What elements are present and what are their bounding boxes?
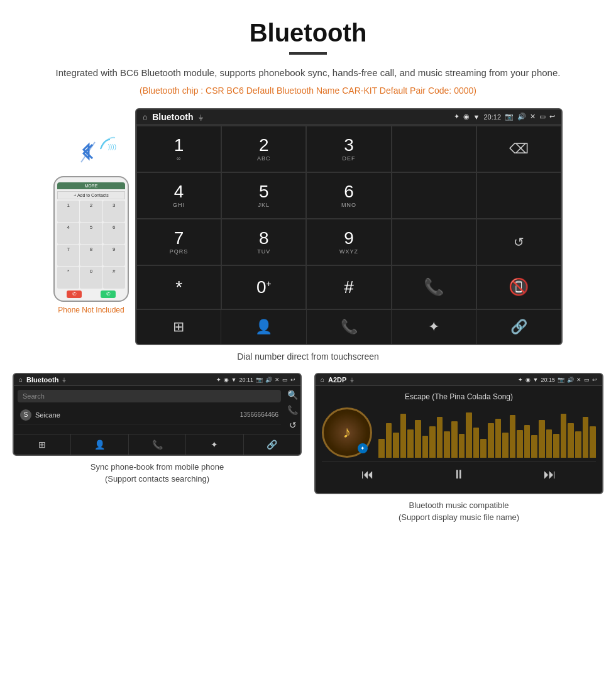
pb-vol-icon[interactable]: 🔊 (265, 377, 272, 383)
eq-bar (539, 420, 545, 458)
dial-delete-button[interactable]: ⌫ (476, 126, 561, 172)
eq-bar (583, 417, 589, 458)
screen-title: Bluetooth (152, 112, 193, 122)
phone-device-mockup: MORE + Add to Contacts 1 2 3 4 5 6 7 8 9… (53, 176, 129, 302)
phonebook-content: Search S Seicane 13566664466 (14, 386, 285, 434)
next-button[interactable]: ⏭ (544, 467, 556, 482)
dial-key-8[interactable]: 8TUV (221, 219, 306, 265)
phonebook-search-bar[interactable]: Search (18, 390, 281, 402)
eq-bar (459, 434, 465, 458)
pb-phone-icon[interactable]: 📞 (287, 405, 298, 415)
phone-key-8[interactable]: 8 (80, 245, 102, 266)
pb-sq-icon[interactable]: ▭ (282, 377, 288, 383)
pb-func-keypad[interactable]: ⊞ (14, 434, 71, 455)
phone-key-4[interactable]: 4 (57, 223, 79, 244)
status-left-group: ⌂ Bluetooth ⏚ (143, 112, 203, 122)
pb-home-icon[interactable]: ⌂ (19, 376, 23, 383)
contact-initial: S (20, 409, 31, 421)
phone-key-5[interactable]: 5 (80, 223, 102, 244)
eq-bar (553, 434, 559, 458)
func-keypad-button[interactable]: ⊞ (136, 310, 221, 344)
phonebook-body: Search S Seicane 13566664466 (14, 386, 285, 428)
music-screen: ⌂ A2DP ⏚ ✦ ◉ ▼ 20:15 📷 🔊 ✕ ▭ ↩ E (314, 373, 603, 494)
contact-row[interactable]: S Seicane 13566664466 (18, 406, 281, 424)
phone-not-included-label: Phone Not Included (58, 306, 124, 314)
phone-key-2[interactable]: 2 (80, 201, 102, 222)
music-wifi-icon: ▼ (533, 377, 539, 383)
car-function-bar: ⊞ 👤 📞 ✦ 🔗 (136, 309, 561, 344)
window-icon[interactable]: ▭ (539, 113, 546, 121)
phone-key-1[interactable]: 1 (57, 201, 79, 222)
phonebook-screen: ⌂ Bluetooth ⏚ ✦ ◉ ▼ 20:11 📷 🔊 ✕ ▭ ↩ (13, 373, 302, 456)
func-bluetooth-button[interactable]: ✦ (392, 310, 476, 344)
func-contacts-button[interactable]: 👤 (221, 310, 306, 344)
contact-number: 13566664466 (240, 411, 278, 418)
dial-refresh-button[interactable]: ↺ (476, 219, 561, 265)
dial-key-4[interactable]: 4GHI (136, 172, 221, 219)
phone-key-6[interactable]: 6 (103, 223, 125, 244)
music-vol-icon[interactable]: 🔊 (567, 377, 574, 383)
phone-key-0[interactable]: 0 (80, 267, 102, 288)
music-home-icon[interactable]: ⌂ (321, 376, 324, 383)
eq-bar (517, 430, 523, 458)
volume-icon[interactable]: 🔊 (517, 113, 526, 121)
phone-key-hash[interactable]: # (103, 267, 125, 288)
dial-key-7[interactable]: 7PQRS (136, 219, 221, 265)
phonebook-caption-line2: (Support contacts searching) (105, 474, 209, 484)
music-sq-icon[interactable]: ▭ (584, 377, 590, 383)
pb-x-icon[interactable]: ✕ (275, 377, 280, 383)
home-icon[interactable]: ⌂ (143, 113, 147, 121)
pb-title: Bluetooth (26, 376, 58, 384)
pb-cam-icon[interactable]: 📷 (256, 377, 263, 383)
phone-call-button[interactable]: ✆ (101, 290, 116, 298)
func-link-button[interactable]: 🔗 (477, 310, 561, 344)
phone-bottom-bar: ✆ ✆ (57, 290, 125, 298)
pb-func-contacts[interactable]: 👤 (71, 434, 128, 455)
wifi-arc-icon (97, 136, 116, 164)
dial-key-star[interactable]: * (136, 265, 221, 309)
music-back-icon[interactable]: ↩ (592, 377, 597, 383)
dial-empty-1 (392, 126, 476, 172)
eq-bar (466, 412, 472, 458)
dial-key-5[interactable]: 5JKL (221, 172, 306, 219)
camera-icon[interactable]: 📷 (505, 113, 514, 121)
pb-search-icon[interactable]: 🔍 (287, 390, 298, 400)
eq-bar (575, 431, 581, 458)
back-icon[interactable]: ↩ (549, 113, 555, 121)
dial-key-hash[interactable]: # (306, 265, 391, 309)
dial-key-3[interactable]: 3DEF (306, 126, 391, 172)
album-art: ♪ ✦ (322, 407, 372, 458)
phone-key-7[interactable]: 7 (57, 245, 79, 266)
album-bt-badge: ✦ (358, 443, 368, 453)
phone-key-3[interactable]: 3 (103, 201, 125, 222)
pb-back-icon[interactable]: ↩ (290, 377, 295, 383)
eq-bar (531, 435, 537, 458)
eq-bar (590, 426, 596, 458)
music-loc-icon: ◉ (525, 377, 531, 383)
prev-button[interactable]: ⏮ (361, 467, 374, 482)
pb-func-calls[interactable]: 📞 (129, 434, 186, 455)
time-display: 20:12 (483, 113, 501, 121)
phone-key-9[interactable]: 9 (103, 245, 125, 266)
pb-func-bluetooth[interactable]: ✦ (186, 434, 243, 455)
dial-key-1[interactable]: 1∞ (136, 126, 221, 172)
close-icon[interactable]: ✕ (530, 113, 536, 121)
dial-end-button[interactable]: 📵 (476, 265, 561, 309)
music-controls-bar: ⏮ ⏸ ⏭ (322, 462, 596, 487)
dial-call-button[interactable]: 📞 (392, 265, 476, 309)
dial-key-2[interactable]: 2ABC (221, 126, 306, 172)
dial-key-6[interactable]: 6MNO (306, 172, 391, 219)
music-cam-icon[interactable]: 📷 (558, 377, 564, 383)
play-pause-button[interactable]: ⏸ (453, 467, 465, 482)
pb-func-link[interactable]: 🔗 (244, 434, 300, 455)
pb-refresh-icon[interactable]: ↺ (289, 420, 297, 430)
music-usb-icon: ⏚ (350, 376, 354, 383)
dial-key-9[interactable]: 9WXYZ (306, 219, 391, 265)
func-calls-button[interactable]: 📞 (307, 310, 392, 344)
music-x-icon[interactable]: ✕ (576, 377, 581, 383)
dial-key-0[interactable]: 0+ (221, 265, 306, 309)
phone-end-button[interactable]: ✆ (67, 290, 82, 298)
phone-key-star[interactable]: * (57, 267, 79, 288)
phone-illustration: )))) MORE + Add t (53, 133, 129, 314)
phone-status-bar: MORE (57, 182, 125, 189)
